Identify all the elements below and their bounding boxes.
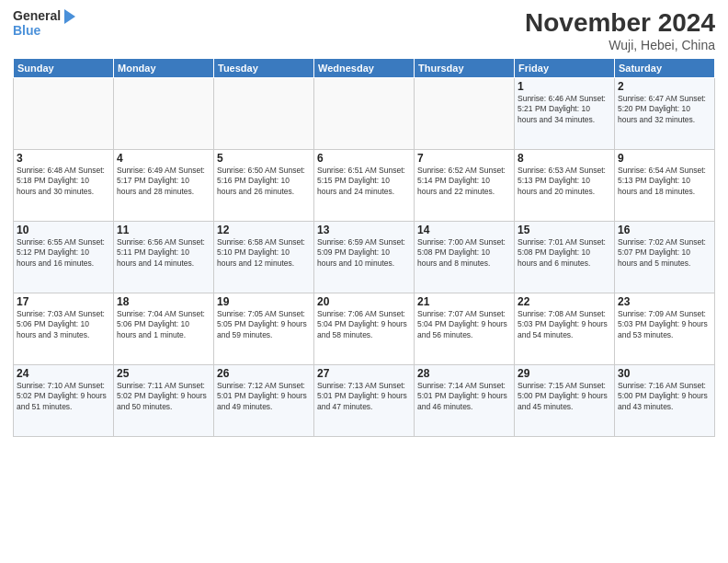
calendar: SundayMondayTuesdayWednesdayThursdayFrid… bbox=[13, 58, 715, 437]
day-info: Sunrise: 6:58 AM Sunset: 5:10 PM Dayligh… bbox=[217, 237, 311, 269]
calendar-week-1: 3Sunrise: 6:48 AM Sunset: 5:18 PM Daylig… bbox=[14, 149, 715, 221]
logo-general-text: General bbox=[13, 9, 61, 23]
day-info: Sunrise: 7:13 AM Sunset: 5:01 PM Dayligh… bbox=[317, 381, 411, 412]
day-info: Sunrise: 6:59 AM Sunset: 5:09 PM Dayligh… bbox=[317, 237, 411, 269]
day-number: 26 bbox=[217, 367, 311, 380]
day-info: Sunrise: 7:06 AM Sunset: 5:04 PM Dayligh… bbox=[317, 309, 411, 340]
day-number: 23 bbox=[618, 295, 711, 308]
day-number: 19 bbox=[217, 295, 311, 308]
title-block: November 2024 Wuji, Hebei, China bbox=[525, 9, 715, 52]
calendar-cell: 18Sunrise: 7:04 AM Sunset: 5:06 PM Dayli… bbox=[114, 293, 214, 364]
day-number: 25 bbox=[117, 367, 210, 380]
day-number: 12 bbox=[217, 224, 311, 236]
day-info: Sunrise: 6:56 AM Sunset: 5:11 PM Dayligh… bbox=[117, 237, 210, 269]
weekday-sunday: Sunday bbox=[14, 58, 114, 77]
calendar-cell: 12Sunrise: 6:58 AM Sunset: 5:10 PM Dayli… bbox=[214, 221, 314, 293]
day-number: 6 bbox=[317, 152, 411, 165]
day-number: 13 bbox=[317, 224, 411, 236]
calendar-cell: 4Sunrise: 6:49 AM Sunset: 5:17 PM Daylig… bbox=[114, 149, 214, 221]
day-info: Sunrise: 6:47 AM Sunset: 5:20 PM Dayligh… bbox=[618, 94, 711, 125]
day-info: Sunrise: 6:48 AM Sunset: 5:18 PM Dayligh… bbox=[17, 166, 110, 197]
day-info: Sunrise: 7:11 AM Sunset: 5:02 PM Dayligh… bbox=[117, 381, 210, 412]
day-info: Sunrise: 7:15 AM Sunset: 5:00 PM Dayligh… bbox=[518, 381, 611, 412]
day-number: 15 bbox=[518, 224, 611, 236]
day-info: Sunrise: 6:50 AM Sunset: 5:16 PM Dayligh… bbox=[217, 166, 311, 197]
day-number: 14 bbox=[417, 224, 511, 236]
day-info: Sunrise: 7:01 AM Sunset: 5:08 PM Dayligh… bbox=[518, 237, 611, 269]
calendar-cell: 20Sunrise: 7:06 AM Sunset: 5:04 PM Dayli… bbox=[314, 293, 415, 364]
calendar-cell: 7Sunrise: 6:52 AM Sunset: 5:14 PM Daylig… bbox=[415, 149, 515, 221]
day-info: Sunrise: 7:12 AM Sunset: 5:01 PM Dayligh… bbox=[217, 381, 311, 412]
day-info: Sunrise: 6:46 AM Sunset: 5:21 PM Dayligh… bbox=[518, 94, 611, 125]
day-info: Sunrise: 7:07 AM Sunset: 5:04 PM Dayligh… bbox=[417, 309, 511, 340]
calendar-week-4: 24Sunrise: 7:10 AM Sunset: 5:02 PM Dayli… bbox=[14, 364, 715, 436]
calendar-cell: 24Sunrise: 7:10 AM Sunset: 5:02 PM Dayli… bbox=[14, 364, 114, 436]
day-number: 22 bbox=[518, 295, 611, 308]
day-number: 1 bbox=[518, 80, 611, 93]
calendar-cell: 30Sunrise: 7:16 AM Sunset: 5:00 PM Dayli… bbox=[615, 364, 715, 436]
calendar-cell: 6Sunrise: 6:51 AM Sunset: 5:15 PM Daylig… bbox=[314, 149, 415, 221]
day-number: 24 bbox=[17, 367, 110, 380]
day-info: Sunrise: 7:00 AM Sunset: 5:08 PM Dayligh… bbox=[417, 237, 511, 269]
logo: General Blue bbox=[13, 9, 75, 38]
day-number: 29 bbox=[518, 367, 611, 380]
calendar-cell: 27Sunrise: 7:13 AM Sunset: 5:01 PM Dayli… bbox=[314, 364, 415, 436]
weekday-saturday: Saturday bbox=[615, 58, 715, 77]
day-info: Sunrise: 7:16 AM Sunset: 5:00 PM Dayligh… bbox=[618, 381, 711, 412]
day-info: Sunrise: 7:04 AM Sunset: 5:06 PM Dayligh… bbox=[117, 309, 210, 340]
calendar-cell: 8Sunrise: 6:53 AM Sunset: 5:13 PM Daylig… bbox=[515, 149, 615, 221]
calendar-cell: 23Sunrise: 7:09 AM Sunset: 5:03 PM Dayli… bbox=[615, 293, 715, 364]
day-number: 3 bbox=[17, 152, 110, 165]
header: General Blue November 2024 Wuji, Hebei, … bbox=[13, 9, 715, 52]
day-info: Sunrise: 7:10 AM Sunset: 5:02 PM Dayligh… bbox=[17, 381, 110, 412]
calendar-cell: 13Sunrise: 6:59 AM Sunset: 5:09 PM Dayli… bbox=[314, 221, 415, 293]
day-number: 2 bbox=[618, 80, 711, 93]
calendar-cell: 1Sunrise: 6:46 AM Sunset: 5:21 PM Daylig… bbox=[515, 77, 615, 149]
day-info: Sunrise: 6:52 AM Sunset: 5:14 PM Dayligh… bbox=[417, 166, 511, 197]
day-number: 4 bbox=[117, 152, 210, 165]
weekday-thursday: Thursday bbox=[415, 58, 515, 77]
day-number: 21 bbox=[417, 295, 511, 308]
day-number: 9 bbox=[618, 152, 711, 165]
page: General Blue November 2024 Wuji, Hebei, … bbox=[0, 0, 728, 563]
logo-blue-text: Blue bbox=[13, 24, 40, 38]
day-info: Sunrise: 7:14 AM Sunset: 5:01 PM Dayligh… bbox=[417, 381, 511, 412]
day-number: 16 bbox=[618, 224, 711, 236]
calendar-cell: 15Sunrise: 7:01 AM Sunset: 5:08 PM Dayli… bbox=[515, 221, 615, 293]
day-number: 17 bbox=[17, 295, 110, 308]
calendar-cell: 26Sunrise: 7:12 AM Sunset: 5:01 PM Dayli… bbox=[214, 364, 314, 436]
day-number: 10 bbox=[17, 224, 110, 236]
weekday-tuesday: Tuesday bbox=[214, 58, 314, 77]
day-number: 28 bbox=[417, 367, 511, 380]
calendar-cell: 3Sunrise: 6:48 AM Sunset: 5:18 PM Daylig… bbox=[14, 149, 114, 221]
weekday-monday: Monday bbox=[114, 58, 214, 77]
day-info: Sunrise: 6:51 AM Sunset: 5:15 PM Dayligh… bbox=[317, 166, 411, 197]
calendar-cell bbox=[14, 77, 114, 149]
calendar-cell: 5Sunrise: 6:50 AM Sunset: 5:16 PM Daylig… bbox=[214, 149, 314, 221]
day-number: 8 bbox=[518, 152, 611, 165]
day-number: 11 bbox=[117, 224, 210, 236]
month-title: November 2024 bbox=[525, 9, 715, 38]
calendar-week-0: 1Sunrise: 6:46 AM Sunset: 5:21 PM Daylig… bbox=[14, 77, 715, 149]
calendar-cell: 10Sunrise: 6:55 AM Sunset: 5:12 PM Dayli… bbox=[14, 221, 114, 293]
day-info: Sunrise: 7:09 AM Sunset: 5:03 PM Dayligh… bbox=[618, 309, 711, 340]
calendar-week-2: 10Sunrise: 6:55 AM Sunset: 5:12 PM Dayli… bbox=[14, 221, 715, 293]
day-number: 20 bbox=[317, 295, 411, 308]
weekday-header-row: SundayMondayTuesdayWednesdayThursdayFrid… bbox=[14, 58, 715, 77]
calendar-cell: 29Sunrise: 7:15 AM Sunset: 5:00 PM Dayli… bbox=[515, 364, 615, 436]
calendar-cell: 19Sunrise: 7:05 AM Sunset: 5:05 PM Dayli… bbox=[214, 293, 314, 364]
weekday-wednesday: Wednesday bbox=[314, 58, 415, 77]
day-info: Sunrise: 7:05 AM Sunset: 5:05 PM Dayligh… bbox=[217, 309, 311, 340]
day-info: Sunrise: 6:53 AM Sunset: 5:13 PM Dayligh… bbox=[518, 166, 611, 197]
logo-arrow-icon bbox=[64, 9, 75, 24]
day-number: 7 bbox=[417, 152, 511, 165]
calendar-cell bbox=[114, 77, 214, 149]
day-info: Sunrise: 7:02 AM Sunset: 5:07 PM Dayligh… bbox=[618, 237, 711, 269]
calendar-cell: 11Sunrise: 6:56 AM Sunset: 5:11 PM Dayli… bbox=[114, 221, 214, 293]
weekday-friday: Friday bbox=[515, 58, 615, 77]
calendar-cell: 9Sunrise: 6:54 AM Sunset: 5:13 PM Daylig… bbox=[615, 149, 715, 221]
day-number: 18 bbox=[117, 295, 210, 308]
location: Wuji, Hebei, China bbox=[525, 38, 715, 52]
calendar-cell: 21Sunrise: 7:07 AM Sunset: 5:04 PM Dayli… bbox=[415, 293, 515, 364]
calendar-cell: 25Sunrise: 7:11 AM Sunset: 5:02 PM Dayli… bbox=[114, 364, 214, 436]
